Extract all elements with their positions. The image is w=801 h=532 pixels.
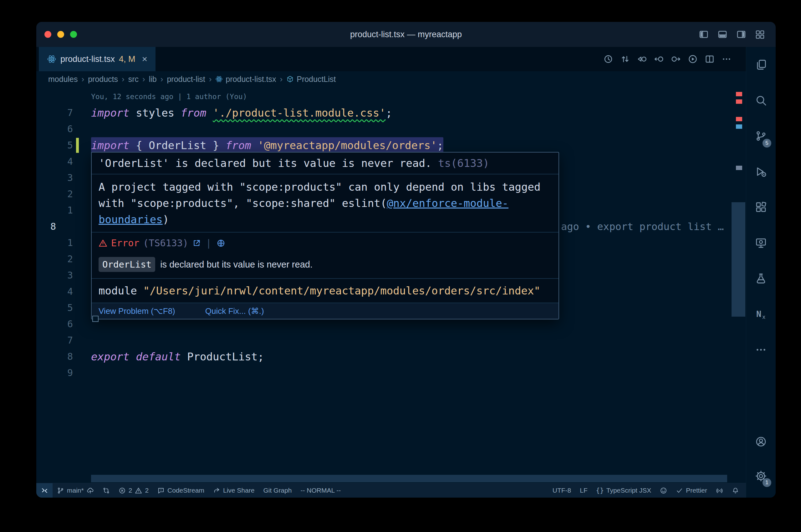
status-git-graph[interactable]: Git Graph: [259, 483, 296, 498]
run-file-icon[interactable]: [688, 54, 698, 64]
line-number[interactable]: 4: [36, 284, 73, 300]
code-line[interactable]: 9: [36, 365, 746, 381]
line-number[interactable]: 1: [36, 235, 73, 251]
hover-resize-handle[interactable]: [92, 316, 98, 322]
breadcrumb-item-product-list[interactable]: product-list: [167, 75, 205, 84]
braces-icon: {}: [596, 487, 604, 494]
activitybar-item-extensions[interactable]: [746, 189, 776, 225]
status-live-share[interactable]: Live Share: [209, 483, 259, 498]
line-number[interactable]: 9: [36, 365, 73, 381]
customize-layout-icon[interactable]: [755, 30, 765, 39]
code-line[interactable]: 7import styles from './product-list.modu…: [36, 105, 746, 121]
view-problem-link[interactable]: View Problem (⌥F8): [98, 306, 175, 316]
module-path: "/Users/juri/nrwl/content/myreactapp/mod…: [143, 284, 540, 297]
open-changes-icon[interactable]: [637, 54, 647, 64]
code-line[interactable]: You, 12 seconds ago | 1 author (You): [36, 89, 746, 105]
status-notifications[interactable]: [727, 483, 743, 498]
status-remote-indicator[interactable]: [36, 483, 53, 498]
activitybar-item-settings-gear[interactable]: 1: [746, 459, 776, 493]
code-line[interactable]: 5import { OrderList } from '@myreactapp/…: [36, 137, 746, 153]
minimize-window-button[interactable]: [57, 31, 64, 38]
line-number[interactable]: 3: [36, 267, 73, 284]
line-number[interactable]: 7: [36, 105, 73, 121]
activitybar-item-more-views[interactable]: [746, 332, 776, 367]
activitybar-item-source-control[interactable]: 5: [746, 118, 776, 154]
status-broadcast[interactable]: [711, 483, 727, 498]
activitybar-item-nx-console[interactable]: Nx: [746, 296, 776, 332]
activitybar-item-account[interactable]: [746, 424, 776, 459]
breadcrumb-item-modules[interactable]: modules: [48, 75, 78, 84]
code-editor[interactable]: You, 12 seconds ago | 1 author (You)7imp…: [36, 87, 746, 483]
breadcrumb-item-product-list-tsx[interactable]: product-list.tsx: [215, 75, 276, 84]
tab-bar: product-list.tsx 4, M ×: [36, 47, 746, 71]
next-change-icon[interactable]: [671, 54, 681, 64]
line-number[interactable]: 6: [36, 121, 73, 137]
toggle-panel-icon[interactable]: [717, 30, 727, 39]
activitybar-item-testing[interactable]: [746, 261, 776, 296]
status-gitlens-compare[interactable]: [98, 483, 114, 498]
breadcrumb-item-productlist[interactable]: ProductList: [286, 75, 336, 84]
status-vim-mode[interactable]: -- NORMAL --: [296, 483, 345, 498]
breadcrumb-item-src[interactable]: src: [128, 75, 139, 84]
breadcrumb-item-lib[interactable]: lib: [149, 75, 157, 84]
tab-label: product-list.tsx: [60, 54, 115, 64]
activitybar-item-remote-explorer[interactable]: [746, 225, 776, 261]
code-text[interactable]: import styles from './product-list.modul…: [91, 105, 392, 121]
activity-bar: 5Nx 1: [746, 47, 776, 498]
module-path-line: module"/Users/juri/nrwl/content/myreacta…: [92, 279, 559, 303]
diagnostic-text: 'OrderList' is declared but its value is…: [98, 157, 432, 169]
overview-ruler-mark: [736, 125, 742, 129]
breadcrumb-separator: ›: [209, 74, 212, 84]
line-number[interactable]: 3: [36, 170, 73, 186]
activitybar-item-run-and-debug[interactable]: [746, 154, 776, 189]
line-number[interactable]: 5: [36, 137, 73, 153]
line-number[interactable]: 4: [36, 153, 73, 170]
timeline-icon[interactable]: [603, 54, 613, 64]
tab-close-icon[interactable]: ×: [142, 54, 148, 64]
horizontal-scrollbar[interactable]: [91, 475, 727, 482]
line-number[interactable]: 5: [36, 300, 73, 316]
compare-changes-icon[interactable]: [620, 54, 630, 64]
status-eol[interactable]: LF: [576, 483, 592, 498]
eslint-text-close: ): [163, 213, 169, 226]
status-bar: main*22CodeStreamLive ShareGit Graph-- N…: [36, 483, 746, 498]
line-number[interactable]: 6: [36, 316, 73, 332]
symbol-cube-icon: [286, 75, 294, 83]
toggle-secondary-sidebar-icon[interactable]: [736, 30, 746, 39]
line-number[interactable]: 8: [50, 218, 56, 235]
line-number[interactable]: 8: [36, 348, 73, 365]
quick-fix-link[interactable]: Quick Fix... (⌘.): [205, 306, 264, 316]
status-branch[interactable]: main*: [53, 483, 98, 498]
status-feedback[interactable]: [656, 483, 672, 498]
activitybar-item-explorer[interactable]: [746, 47, 776, 82]
status-encoding[interactable]: UTF-8: [548, 483, 576, 498]
previous-change-icon[interactable]: [654, 54, 664, 64]
external-link-icon[interactable]: [192, 239, 201, 248]
split-editor-icon[interactable]: [705, 54, 715, 64]
line-number[interactable]: 7: [36, 332, 73, 348]
status-language[interactable]: {}TypeScript JSX: [592, 483, 656, 498]
breadcrumb-item-products[interactable]: products: [88, 75, 118, 84]
globe-icon[interactable]: [217, 239, 225, 248]
zoom-window-button[interactable]: [70, 31, 77, 38]
code-text[interactable]: export default ProductList;: [91, 348, 264, 365]
codestream-icon: [158, 487, 165, 494]
activitybar-item-search[interactable]: [746, 82, 776, 118]
line-number[interactable]: 2: [36, 186, 73, 202]
status-prettier[interactable]: Prettier: [672, 483, 711, 498]
code-text[interactable]: import { OrderList } from '@myreactapp/m…: [91, 137, 443, 153]
close-window-button[interactable]: [44, 31, 51, 38]
more-actions-icon[interactable]: [722, 54, 731, 64]
status-problems[interactable]: 22: [114, 483, 153, 498]
code-line[interactable]: 8export default ProductList;: [36, 348, 746, 365]
toggle-primary-sidebar-icon[interactable]: [699, 30, 709, 39]
status-codestream[interactable]: CodeStream: [153, 483, 209, 498]
line-number[interactable]: 2: [36, 251, 73, 267]
code-line[interactable]: 6: [36, 121, 746, 137]
code-line[interactable]: 7: [36, 332, 746, 348]
tab-product-list[interactable]: product-list.tsx 4, M ×: [39, 47, 156, 71]
vertical-scrollbar[interactable]: [731, 202, 745, 317]
broadcast-icon: [716, 487, 723, 494]
line-number[interactable]: 1: [36, 202, 73, 218]
module-keyword: module: [98, 284, 137, 297]
